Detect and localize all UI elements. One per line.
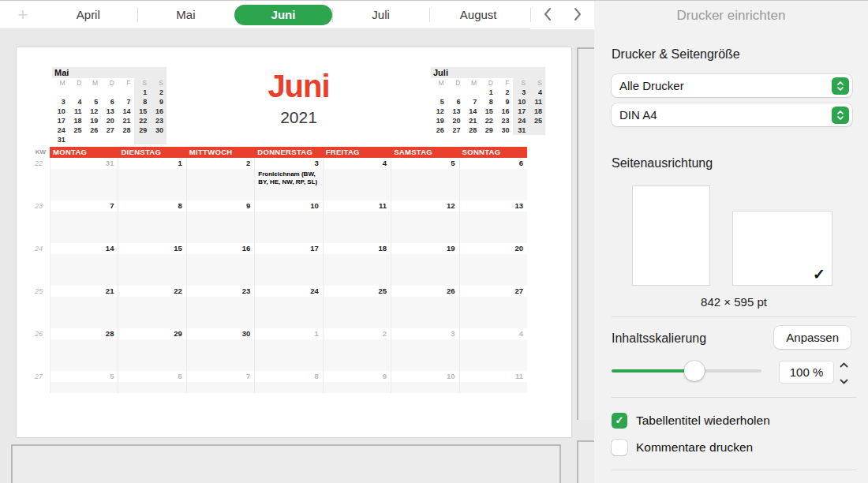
week-days: 7 8	[50, 200, 527, 243]
day-events	[118, 297, 185, 328]
event-label	[118, 254, 185, 256]
week-number-header: KW	[29, 147, 50, 158]
mini-day: 4	[69, 97, 85, 107]
month-tab[interactable]: Juni	[234, 5, 332, 25]
mini-day: 11	[69, 107, 85, 116]
calendar-week-row: 22 31	[29, 158, 527, 200]
mini-day: 18	[69, 116, 85, 125]
day-number: 26	[391, 286, 458, 297]
next-tab-button[interactable]	[574, 7, 582, 24]
mini-day: 12	[84, 107, 101, 116]
mini-day	[84, 135, 101, 144]
event-label	[118, 339, 185, 341]
checkbox-row[interactable]: ✓ Kommentare drucken	[612, 439, 852, 455]
week-rows: 22 31	[29, 158, 527, 393]
event-label	[255, 339, 322, 341]
day-number: 5	[391, 158, 458, 169]
mini-weekday: F	[118, 78, 134, 88]
day-number: 9	[187, 200, 254, 212]
scale-stepper[interactable]	[837, 361, 850, 383]
event-label	[187, 254, 254, 256]
month-tab[interactable]: April	[39, 5, 137, 25]
mini-weekday: D	[69, 78, 85, 88]
day-number: 10	[391, 371, 458, 382]
mini-day: 24	[52, 125, 69, 135]
slider-thumb[interactable]	[684, 361, 705, 381]
event-label	[391, 339, 458, 341]
event-label	[391, 297, 458, 298]
event-label	[118, 169, 185, 170]
mini-day: 31	[52, 135, 69, 144]
day-events	[255, 382, 322, 393]
checkbox[interactable]: ✓	[612, 413, 627, 429]
checkbox-row[interactable]: ✓ Tabellentitel wiederholen	[612, 412, 852, 429]
dropdown[interactable]: DIN A4	[612, 103, 852, 126]
day-events	[118, 254, 185, 286]
event-label	[324, 169, 391, 170]
orientation-portrait-option[interactable]: ✓	[632, 185, 710, 286]
printer-section-heading: Drucker & Seitengröße	[612, 47, 740, 62]
weekday-header: MITTWOCH	[186, 147, 254, 158]
day-cell: 9	[323, 371, 391, 393]
day-events	[255, 339, 322, 371]
week-days: 14 15	[50, 243, 527, 286]
mini-day: 13	[447, 107, 464, 116]
dropdown-value: DIN A4	[612, 108, 852, 122]
mini-day: 26	[431, 125, 447, 135]
scale-value-field[interactable]: 100 %	[780, 361, 833, 383]
mini-day: 23	[150, 116, 166, 125]
mini-weekday: S	[134, 78, 151, 88]
day-number: 21	[51, 286, 118, 297]
next-page-preview	[11, 444, 561, 483]
day-number: 19	[391, 243, 458, 254]
day-events	[460, 297, 527, 328]
mini-day: 3	[513, 88, 529, 97]
day-number: 24	[255, 286, 322, 297]
day-events	[391, 382, 458, 393]
orientation-landscape-option[interactable]: ✓	[732, 211, 832, 286]
event-label	[460, 339, 527, 341]
day-number: 31	[51, 158, 118, 169]
print-setup-panel: Drucker & Seitengröße Alle Drucker DIN A…	[594, 28, 868, 483]
mini-day	[101, 88, 118, 97]
checkbox[interactable]: ✓	[612, 440, 627, 455]
event-label	[187, 169, 254, 170]
tab-nav-buttons	[530, 1, 594, 29]
mini-day: 8	[480, 97, 496, 107]
month-tab[interactable]: Mai	[137, 5, 235, 25]
month-grid: KW MONTAGDIENSTAGMITTWOCHDONNERSTAGFREIT…	[29, 147, 527, 393]
week-number: 27	[29, 371, 50, 393]
day-number: 3	[255, 158, 322, 169]
add-sheet-button[interactable]: +	[13, 4, 33, 26]
weekday-header-bar: MONTAGDIENSTAGMITTWOCHDONNERSTAGFREITAGS…	[50, 147, 527, 158]
day-cell: 5	[391, 158, 458, 200]
day-events	[391, 212, 458, 243]
month-tab[interactable]: August	[429, 5, 527, 25]
mini-day: 19	[431, 116, 447, 125]
mini-weekday: M	[52, 78, 69, 88]
day-number: 3	[391, 328, 458, 339]
mini-day: 21	[118, 116, 134, 125]
mini-day: 15	[134, 107, 151, 116]
day-cell: 5	[50, 371, 118, 393]
mini-day: 22	[134, 116, 151, 125]
day-cell: 11	[323, 200, 391, 243]
event-label	[324, 297, 391, 298]
week-days: 21 22	[50, 286, 527, 328]
scaling-section-heading: Inhaltsskalierung	[612, 331, 706, 346]
weekday-header: DIENSTAG	[118, 147, 185, 158]
event-label	[255, 254, 322, 256]
event-label	[460, 297, 527, 298]
mini-day	[447, 88, 464, 97]
day-number: 30	[187, 328, 254, 339]
mini-day: 8	[134, 97, 151, 107]
dropdown[interactable]: Alle Drucker	[612, 74, 852, 97]
prev-tab-button[interactable]	[543, 7, 552, 24]
day-events	[187, 339, 254, 371]
day-number: 15	[118, 243, 185, 254]
scale-slider[interactable]	[612, 361, 761, 381]
event-label	[324, 382, 391, 384]
day-cell: 12	[391, 200, 458, 243]
month-tab[interactable]: Juli	[332, 5, 430, 25]
fit-button[interactable]: Anpassen	[774, 326, 851, 349]
